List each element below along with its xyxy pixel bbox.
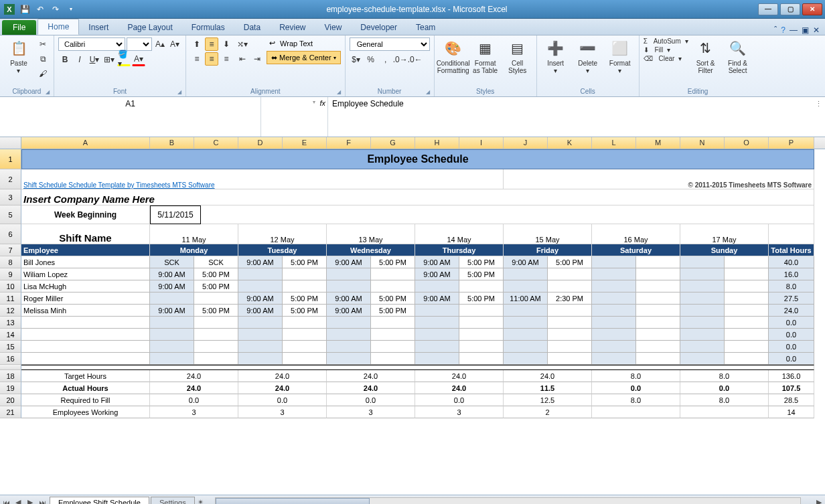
cell[interactable]: 40.0: [769, 256, 814, 268]
cell[interactable]: 136.0: [769, 370, 814, 382]
cell[interactable]: [238, 280, 283, 292]
row-header-3[interactable]: 3: [0, 189, 21, 205]
template-link[interactable]: Shift Schedule Schedule Template by Time…: [21, 169, 504, 189]
increase-indent-icon[interactable]: ⇥: [250, 52, 264, 66]
cell[interactable]: [238, 341, 283, 353]
cell[interactable]: [371, 317, 415, 329]
cell[interactable]: [680, 341, 725, 353]
row-header-13[interactable]: 13: [0, 317, 21, 329]
row-header-15[interactable]: 15: [0, 341, 21, 353]
cell[interactable]: [548, 268, 592, 280]
tab-review[interactable]: Review: [270, 20, 315, 35]
cell[interactable]: 8.0: [680, 394, 769, 406]
cell[interactable]: [680, 317, 725, 329]
border-icon[interactable]: ⊞▾: [102, 53, 116, 66]
row-header-12[interactable]: 12: [0, 305, 21, 317]
row-header-17[interactable]: [0, 365, 21, 370]
cell[interactable]: 24.0: [150, 370, 238, 382]
cell[interactable]: 3: [238, 406, 327, 418]
cell[interactable]: [680, 406, 769, 418]
cell[interactable]: 15 May: [504, 224, 592, 244]
cell[interactable]: [459, 317, 504, 329]
cell[interactable]: [769, 224, 814, 244]
tab-home[interactable]: Home: [38, 19, 79, 35]
cell[interactable]: 2:30 PM: [548, 292, 592, 305]
cell[interactable]: 5:00 PM: [548, 256, 592, 268]
cell[interactable]: 0.0: [592, 382, 680, 394]
cell[interactable]: [415, 353, 459, 365]
cell[interactable]: 9:00 AM: [504, 256, 548, 268]
cell[interactable]: [725, 353, 769, 365]
sheet-tab-active[interactable]: Employee Shift Schedule: [50, 497, 149, 504]
horizontal-scrollbar[interactable]: [215, 497, 801, 505]
cell[interactable]: [548, 329, 592, 341]
percent-icon[interactable]: %: [364, 53, 378, 66]
cell[interactable]: [504, 341, 548, 353]
cell[interactable]: 5:00 PM: [371, 305, 415, 317]
row-header-18[interactable]: 18: [0, 370, 21, 382]
cell[interactable]: 12.5: [504, 394, 592, 406]
row-header-1[interactable]: 1: [0, 149, 21, 169]
number-format-select[interactable]: General: [350, 37, 430, 51]
cell[interactable]: [504, 305, 548, 317]
cell[interactable]: 24.0: [327, 370, 415, 382]
cell[interactable]: [680, 353, 725, 365]
cell[interactable]: [21, 353, 150, 365]
increase-decimal-icon[interactable]: .0→: [394, 53, 407, 66]
cell-styles-button[interactable]: ▤Cell Styles: [503, 37, 532, 74]
col-header-C[interactable]: C: [194, 137, 238, 149]
cut-icon[interactable]: ✂: [36, 37, 50, 51]
help-icon[interactable]: ?: [781, 25, 785, 35]
cell[interactable]: [504, 280, 548, 292]
cell[interactable]: [725, 292, 769, 305]
tab-data[interactable]: Data: [234, 20, 270, 35]
tab-nav-last-icon[interactable]: ⏭: [36, 497, 48, 505]
col-header-L[interactable]: L: [592, 137, 636, 149]
cell[interactable]: [725, 329, 769, 341]
cell[interactable]: 8.0: [592, 394, 680, 406]
cell[interactable]: 5:00 PM: [459, 292, 504, 305]
cell[interactable]: [371, 341, 415, 353]
cell[interactable]: [327, 317, 371, 329]
col-header-N[interactable]: N: [680, 137, 725, 149]
cell[interactable]: 5:00 PM: [459, 268, 504, 280]
cell[interactable]: 24.0: [327, 382, 415, 394]
cell[interactable]: Lisa McHugh: [21, 280, 150, 292]
font-dialog-icon[interactable]: ◢: [177, 89, 181, 95]
cell[interactable]: [283, 317, 327, 329]
cell[interactable]: [680, 256, 725, 268]
cell[interactable]: 3: [327, 406, 415, 418]
cell[interactable]: [592, 329, 636, 341]
cell[interactable]: [680, 329, 725, 341]
align-middle-icon[interactable]: ≡: [205, 37, 218, 51]
cell[interactable]: 0.0: [769, 317, 814, 329]
row-header-16[interactable]: 16: [0, 353, 21, 365]
cell[interactable]: 12 May: [238, 224, 327, 244]
cell[interactable]: [548, 305, 592, 317]
cell[interactable]: [725, 268, 769, 280]
cell[interactable]: SCK: [150, 256, 194, 268]
cell[interactable]: [548, 341, 592, 353]
cell[interactable]: [504, 353, 548, 365]
fill-color-icon[interactable]: 🪣▾: [117, 53, 131, 66]
cell[interactable]: 28.5: [769, 394, 814, 406]
format-painter-icon[interactable]: 🖌: [36, 67, 50, 80]
cell[interactable]: 8.0: [592, 370, 680, 382]
bold-button[interactable]: B: [58, 53, 72, 66]
cell[interactable]: Target Hours: [21, 370, 150, 382]
decrease-indent-icon[interactable]: ⇤: [236, 52, 249, 66]
cell[interactable]: [283, 280, 327, 292]
cell[interactable]: Week Beginning: [21, 205, 150, 224]
font-name-select[interactable]: Calibri: [58, 37, 125, 51]
clipboard-dialog-icon[interactable]: ◢: [46, 89, 50, 95]
cell[interactable]: [548, 280, 592, 292]
cell[interactable]: 9:00 AM: [327, 256, 371, 268]
tab-page-layout[interactable]: Page Layout: [118, 20, 181, 35]
row-header-2[interactable]: 2: [0, 169, 21, 189]
sheet-tab-settings[interactable]: Settings: [151, 497, 195, 504]
cell[interactable]: 11:00 AM: [504, 292, 548, 305]
cell[interactable]: [371, 329, 415, 341]
cell[interactable]: Wednesday: [327, 244, 415, 256]
cell[interactable]: 8.0: [769, 280, 814, 292]
col-header-M[interactable]: M: [636, 137, 680, 149]
